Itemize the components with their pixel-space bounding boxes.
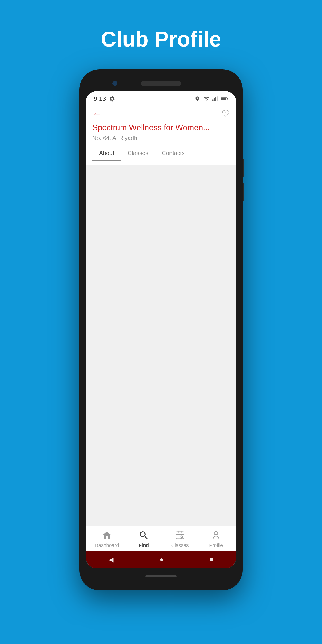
home-icon (102, 530, 112, 541)
club-name-text: Spectrum Wellness for Women... (92, 123, 230, 132)
status-icons-area (194, 96, 228, 102)
android-nav-bar: ◀ ● ■ (86, 550, 236, 568)
nav-label-classes: Classes (171, 542, 188, 548)
phone-bottom-bar (86, 568, 236, 584)
home-indicator (145, 575, 177, 577)
svg-rect-3 (217, 96, 218, 101)
page-title: Club Profile (101, 27, 222, 52)
tab-about[interactable]: About (92, 146, 121, 161)
settings-icon (109, 96, 116, 102)
nav-item-classes[interactable]: Classes (169, 530, 191, 548)
volume-down-button[interactable] (242, 183, 244, 201)
status-time-area: 9:13 (94, 95, 116, 102)
classes-icon (175, 530, 185, 541)
app-header: ← ♡ Spectrum Wellness for Women... No. 6… (86, 105, 236, 165)
nav-label-profile: Profile (209, 542, 223, 548)
nav-label-find: Find (139, 542, 149, 548)
battery-icon (221, 96, 228, 102)
svg-rect-0 (212, 99, 213, 101)
volume-up-button[interactable] (242, 159, 244, 177)
status-bar: 9:13 (86, 91, 236, 105)
phone-top-bar (86, 76, 236, 91)
phone-screen: 9:13 (86, 91, 236, 568)
location-icon (194, 96, 200, 102)
search-icon (138, 530, 149, 541)
profile-icon (211, 530, 222, 541)
svg-rect-1 (214, 98, 215, 101)
signal-icon (212, 96, 218, 102)
tab-contacts[interactable]: Contacts (155, 146, 192, 161)
bottom-nav: Dashboard Find Classes (86, 526, 236, 550)
svg-rect-6 (221, 98, 226, 100)
speaker-grille (141, 81, 181, 86)
tab-classes[interactable]: Classes (121, 146, 155, 161)
nav-item-profile[interactable]: Profile (205, 530, 227, 548)
svg-point-9 (214, 531, 218, 535)
favorite-button[interactable]: ♡ (222, 109, 230, 119)
clock: 9:13 (94, 95, 106, 102)
android-recent-button[interactable]: ■ (210, 556, 213, 563)
content-area (86, 165, 236, 526)
wifi-icon (203, 96, 210, 102)
nav-item-find[interactable]: Find (132, 530, 155, 548)
nav-item-dashboard[interactable]: Dashboard (95, 530, 119, 548)
header-nav: ← ♡ (92, 109, 230, 119)
club-address-text: No. 64, Al Riyadh (92, 134, 230, 142)
back-button[interactable]: ← (92, 109, 101, 118)
nav-label-dashboard: Dashboard (95, 542, 119, 548)
phone-shell: 9:13 (80, 69, 242, 590)
front-camera (112, 81, 118, 86)
tabs-container: About Classes Contacts (92, 146, 230, 161)
svg-rect-5 (227, 98, 228, 100)
android-home-button[interactable]: ● (160, 556, 164, 563)
svg-rect-2 (215, 98, 216, 101)
android-back-button[interactable]: ◀ (109, 556, 114, 563)
